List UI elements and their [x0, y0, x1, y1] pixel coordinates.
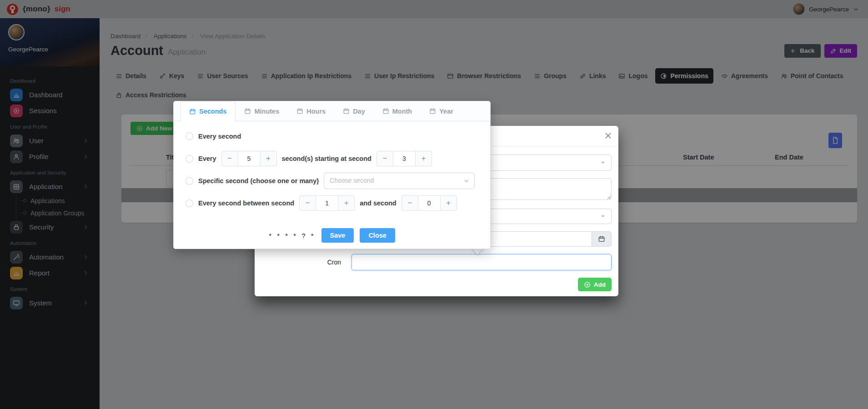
add-button-label: Add — [594, 281, 606, 288]
cron-tab[interactable]: Day — [334, 101, 374, 121]
caret-down-icon — [599, 213, 607, 220]
cron-label: Cron — [255, 259, 351, 266]
calendar-icon — [296, 108, 303, 115]
option-range: Every second between second − + and seco… — [186, 195, 478, 211]
cron-builder-footer: * * * * ? * Save Close — [186, 228, 478, 243]
cron-tab-label: Year — [439, 108, 453, 115]
radio-interval[interactable] — [186, 155, 193, 163]
minus-button[interactable]: − — [299, 195, 316, 211]
cron-builder-tabs: Seconds Minutes Hours Day Month — [174, 101, 490, 121]
plus-circle-icon — [584, 281, 591, 288]
minus-button[interactable]: − — [221, 151, 238, 166]
calendar-icon — [382, 108, 389, 115]
option-label: second(s) starting at second — [282, 155, 371, 162]
cron-tab-label: Minutes — [254, 108, 279, 115]
calendar-button[interactable] — [592, 231, 612, 247]
radio-every-second[interactable] — [186, 132, 193, 140]
choose-second-select[interactable]: Choose second — [324, 173, 475, 189]
cron-builder-body: Every second Every − + second(s) startin… — [174, 121, 490, 243]
modal-footer: Add — [255, 278, 612, 291]
option-every-second: Every second — [186, 132, 478, 140]
close-button-label: Close — [368, 232, 386, 239]
modal-row-cron: Cron — [255, 254, 612, 270]
radio-range[interactable] — [186, 200, 193, 207]
close-icon[interactable] — [604, 131, 612, 140]
range-from-input[interactable] — [316, 195, 338, 211]
plus-button[interactable]: + — [338, 195, 355, 211]
save-button[interactable]: Save — [321, 228, 354, 243]
cron-tab[interactable]: Year — [421, 101, 462, 121]
option-label: Specific second (choose one or many) — [198, 177, 319, 185]
interval-value-input[interactable] — [238, 151, 260, 166]
plus-button[interactable]: + — [260, 151, 277, 166]
calendar-icon — [189, 108, 196, 115]
select-placeholder: Choose second — [330, 177, 374, 184]
minus-button[interactable]: − — [401, 195, 418, 211]
range-to-stepper: − + — [401, 195, 457, 211]
cron-tab-label: Hours — [306, 108, 326, 115]
chevron-down-icon — [463, 178, 470, 184]
cron-tab[interactable]: Month — [374, 101, 421, 121]
cron-builder-popover: Seconds Minutes Hours Day Month — [173, 101, 491, 249]
calendar-icon — [244, 108, 251, 115]
radio-specific[interactable] — [186, 177, 193, 185]
cron-tab[interactable]: Minutes — [236, 101, 288, 121]
cron-tab-label: Month — [392, 108, 412, 115]
cron-tab[interactable]: Seconds — [180, 101, 236, 121]
add-button[interactable]: Add — [578, 278, 612, 291]
interval-stepper: − + — [221, 151, 277, 166]
cron-tab-label: Day — [353, 108, 365, 115]
option-label: Every — [198, 155, 216, 162]
option-specific: Specific second (choose one or many) Cho… — [186, 173, 478, 189]
range-to-input[interactable] — [418, 195, 440, 211]
option-label: and second — [360, 200, 396, 207]
calendar-icon — [429, 108, 436, 115]
caret-down-icon — [599, 159, 607, 166]
option-label: Every second between second — [198, 200, 294, 207]
start-stepper: − + — [376, 151, 432, 166]
start-value-input[interactable] — [393, 151, 415, 166]
cron-expression: * * * * ? * — [269, 232, 315, 239]
save-button-label: Save — [330, 232, 346, 239]
plus-button[interactable]: + — [415, 151, 432, 166]
cron-tab-label: Seconds — [199, 108, 226, 115]
range-from-stepper: − + — [299, 195, 355, 211]
close-button[interactable]: Close — [360, 228, 395, 243]
plus-button[interactable]: + — [440, 195, 457, 211]
minus-button[interactable]: − — [376, 151, 393, 166]
option-label: Every second — [198, 133, 241, 140]
cron-input[interactable] — [351, 254, 612, 270]
option-interval: Every − + second(s) starting at second −… — [186, 151, 478, 166]
cron-tab[interactable]: Hours — [288, 101, 334, 121]
calendar-icon — [598, 235, 605, 243]
calendar-icon — [343, 108, 350, 115]
